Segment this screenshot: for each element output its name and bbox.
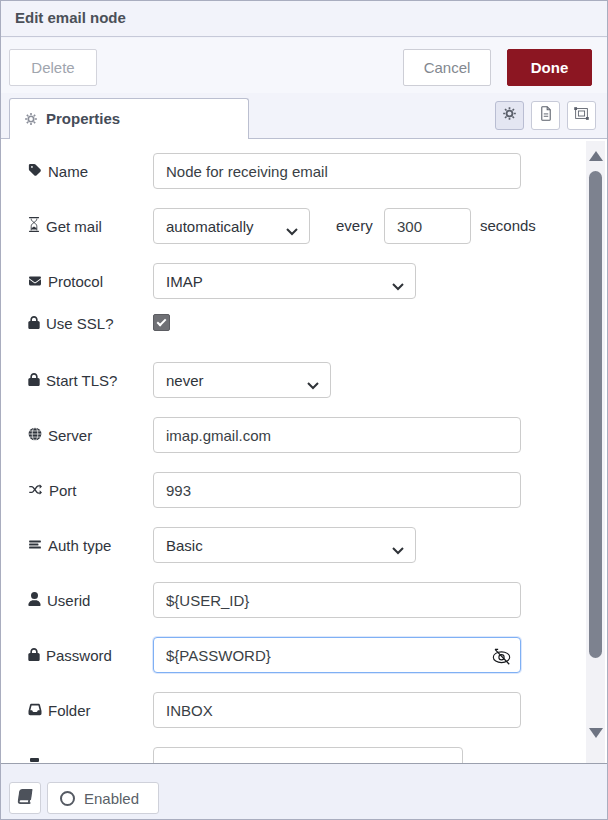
get-mail-label: Get mail <box>28 208 102 244</box>
enabled-label: Enabled <box>84 790 139 807</box>
partial-icon-fragment <box>30 758 39 762</box>
tab-properties-label: Properties <box>46 110 120 127</box>
node-info-button[interactable] <box>9 782 41 814</box>
description-button[interactable] <box>531 101 560 130</box>
globe-icon <box>28 427 42 444</box>
tab-bar: Properties <box>1 93 607 139</box>
protocol-label: Protocol <box>28 263 103 299</box>
scroll-up-button[interactable] <box>586 146 605 165</box>
get-mail-select[interactable]: automatically <box>153 208 310 244</box>
scroll-down-button[interactable] <box>586 723 605 742</box>
name-input[interactable] <box>153 153 521 189</box>
auth-type-select[interactable]: Basic <box>153 527 416 563</box>
port-label: Port <box>28 472 77 508</box>
cog-icon <box>502 106 517 125</box>
use-ssl-checkbox[interactable] <box>153 314 170 331</box>
properties-form: Name Get mail automatically <box>1 139 607 765</box>
done-button[interactable]: Done <box>507 49 592 86</box>
enabled-toggle-button[interactable]: Enabled <box>47 782 159 814</box>
user-icon <box>28 592 41 609</box>
inbox-icon <box>28 702 42 719</box>
chevron-down-icon <box>392 277 404 294</box>
tab-icon-buttons <box>495 101 596 130</box>
lock-icon <box>28 315 40 332</box>
tag-icon <box>28 163 42 180</box>
protocol-select[interactable]: IMAP <box>153 263 416 299</box>
dialog-header: Edit email node <box>1 1 607 37</box>
folder-label: Folder <box>28 692 91 728</box>
delete-button[interactable]: Delete <box>9 49 97 86</box>
every-label: every <box>336 208 373 244</box>
use-ssl-label: Use SSL? <box>28 310 114 336</box>
folder-input[interactable] <box>153 692 521 728</box>
envelope-icon <box>28 273 42 290</box>
name-label: Name <box>28 153 88 189</box>
server-label: Server <box>28 417 92 453</box>
checkmark-icon <box>157 317 167 327</box>
start-tls-label: Start TLS? <box>28 362 117 398</box>
chevron-down-icon <box>307 376 319 393</box>
userid-input[interactable] <box>153 582 521 618</box>
dialog-footer: Enabled <box>1 763 607 819</box>
chevron-down-icon <box>392 541 404 558</box>
file-icon <box>539 106 553 125</box>
password-input[interactable] <box>153 637 521 673</box>
group-button[interactable] <box>567 101 596 130</box>
lock-icon <box>28 372 40 389</box>
dialog-button-bar: Delete Cancel Done <box>1 38 607 93</box>
object-group-icon <box>574 106 589 125</box>
status-circle-icon <box>60 791 75 806</box>
form-scrollbar[interactable] <box>586 141 605 763</box>
seconds-label: seconds <box>480 208 536 244</box>
dialog-title: Edit email node <box>15 9 126 26</box>
server-input[interactable] <box>153 417 521 453</box>
port-input[interactable] <box>153 472 521 508</box>
lock-icon <box>28 647 40 664</box>
userid-label: Userid <box>28 582 90 618</box>
start-tls-select[interactable]: never <box>153 362 331 398</box>
book-icon <box>18 789 32 807</box>
triangle-up-icon <box>589 151 603 161</box>
hourglass-icon <box>28 217 40 235</box>
chevron-down-icon <box>286 222 298 239</box>
eye-slash-icon[interactable] <box>489 644 513 668</box>
triangle-down-icon <box>589 728 603 738</box>
interval-input[interactable] <box>384 208 471 244</box>
server-bars-icon <box>28 537 42 554</box>
tab-properties[interactable]: Properties <box>9 98 249 139</box>
scrollbar-thumb[interactable] <box>589 171 602 658</box>
edit-email-node-dialog: Edit email node Delete Cancel Done Prope… <box>0 0 608 820</box>
auth-type-label: Auth type <box>28 527 111 563</box>
password-label: Password <box>28 637 112 673</box>
cog-icon <box>24 112 38 130</box>
cancel-button[interactable]: Cancel <box>403 49 491 86</box>
shuffle-icon <box>28 482 43 499</box>
properties-view-button[interactable] <box>495 101 524 130</box>
